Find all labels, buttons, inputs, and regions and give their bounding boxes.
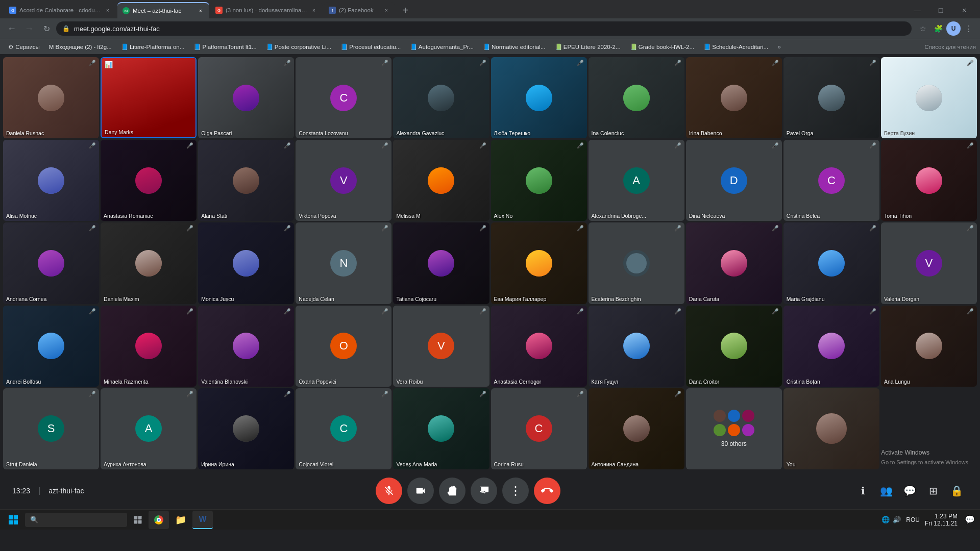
bookmark-normative[interactable]: 📘 Normative editorial... — [479, 42, 550, 52]
taskbar-search[interactable]: 🔍 — [25, 513, 127, 527]
tile-vedes-ana-maria[interactable]: 🎤 Vedeș Ana-Maria — [393, 388, 489, 469]
bookmark-poste[interactable]: 📘 Poste corporative Li... — [262, 42, 335, 52]
tab-1[interactable]: G Acord de Colaborare - cdodu-sa... × — [4, 2, 116, 18]
tile-pavel-orga[interactable]: 🎤 Pavel Orga — [783, 57, 879, 138]
tile-viktoria-popova[interactable]: V 🎤 Viktoria Popova — [296, 140, 391, 221]
tile-andriana-cornea[interactable]: 🎤 Andriana Cornea — [3, 222, 99, 304]
tile-nadejda-celan[interactable]: N 🎤 Nadejda Celan — [296, 222, 391, 304]
taskbar-explorer[interactable]: 📁 — [170, 511, 191, 529]
bookmark-grade[interactable]: 📗 Grade book-HWL-2... — [626, 42, 698, 52]
profile-button[interactable]: U — [946, 21, 961, 36]
tile-30-others[interactable]: 30 others — [686, 388, 782, 469]
bookmark-star[interactable]: ☆ — [916, 21, 930, 36]
tile-alexandrina[interactable]: A 🎤 Alexandrina Dobroge... — [589, 140, 684, 221]
tile-alana-stati[interactable]: 🎤 Alana Stati — [198, 140, 294, 221]
more-options-button[interactable]: ⋮ — [962, 21, 976, 36]
tile-ecaterina[interactable]: 🎤 Ecaterina Bezdrighin — [589, 222, 684, 304]
tile-daniela-maxim[interactable]: 🎤 Daniela Maxim — [101, 222, 197, 304]
tile-oxana-popovici[interactable]: O 🎤 Oxana Popovici — [296, 306, 391, 387]
new-tab-button[interactable]: + — [398, 3, 412, 17]
bookmark-epeu[interactable]: 📗 EPEU Litere 2020-2... — [551, 42, 625, 52]
tile-alisa-motriuc[interactable]: 🎤 Alisa Motriuc — [3, 140, 99, 221]
tile-monica-juscu[interactable]: 🎤 Monica Jușcu — [198, 222, 294, 304]
tile-berta-buzin[interactable]: 🎤 Берта Бузин — [881, 57, 977, 138]
tile-andrei-bolfosu[interactable]: 🎤 Andrei Bolfosu — [3, 306, 99, 387]
bookmarks-apps[interactable]: ⚙ Сервисы — [4, 42, 44, 52]
bookmarks-more[interactable]: » — [775, 42, 783, 52]
tile-cristina-belea[interactable]: C 🎤 Cristina Belea — [783, 140, 879, 221]
bookmark-platforma[interactable]: 📘 PlatformaTorent lt1... — [189, 42, 260, 52]
info-button[interactable]: ℹ — [852, 480, 874, 502]
tile-irina-irina[interactable]: 🎤 Ирина Ирина — [198, 388, 294, 469]
tab-3-close[interactable]: × — [310, 7, 317, 14]
bookmark-auto[interactable]: 📘 Autoguvernanta_Pr... — [406, 42, 478, 52]
end-call-button[interactable] — [534, 478, 560, 504]
taskview-button[interactable] — [129, 511, 147, 529]
tile-valeria-dorgan[interactable]: V 🎤 Valeria Dorgan — [881, 222, 977, 304]
bookmark-procesul[interactable]: 📘 Procesul educatiu... — [336, 42, 405, 52]
tile-valentina-blanovski[interactable]: 🎤 Valentina Blanovski — [198, 306, 294, 387]
notification-icon[interactable]: 💬 — [963, 513, 977, 527]
address-bar[interactable]: 🔒 meet.google.com/azt-thui-fac — [56, 21, 912, 36]
extensions-button[interactable]: 🧩 — [931, 21, 945, 36]
tile-ana-lungu[interactable]: 🎤 Ana Lungu — [881, 306, 977, 387]
tile-aurica-antonova[interactable]: A 🎤 Аурика Антонова — [101, 388, 197, 469]
taskbar-word[interactable]: W — [192, 511, 213, 529]
tile-strut-daniela[interactable]: S 🎤 Struț Daniela — [3, 388, 99, 469]
tile-constanta-lozovanu[interactable]: C 🎤 Constanta Lozovanu — [296, 57, 391, 138]
layout-button[interactable]: ⊞ — [923, 480, 944, 502]
window-maximize[interactable]: □ — [929, 2, 952, 18]
more-button[interactable]: ⋮ — [502, 478, 529, 504]
tab-2[interactable]: M Meet – azt-thui-fac × — [117, 2, 209, 18]
mute-button[interactable] — [376, 478, 402, 504]
tile-dany-marks[interactable]: 📊 Dany Marks — [101, 57, 197, 138]
tile-maria-grajdianu[interactable]: 🎤 Maria Grajdianu — [783, 222, 879, 304]
tile-alex-no[interactable]: 🎤 Alex No — [491, 140, 587, 221]
tile-dana-croitor[interactable]: 🎤 Dana Croitor — [686, 306, 782, 387]
window-minimize[interactable]: — — [905, 2, 929, 18]
camera-button[interactable] — [407, 478, 434, 504]
bookmark-gmail[interactable]: M Входящие (2) - lt2g... — [45, 43, 116, 51]
forward-button[interactable]: → — [21, 21, 37, 36]
tab-4[interactable]: f (2) Facebook × — [324, 2, 395, 18]
chat-button[interactable]: 💬 — [899, 480, 921, 502]
tab-4-close[interactable]: × — [383, 7, 390, 14]
tab-3[interactable]: G (3 non lus) - dodusavcarolina@y... × — [210, 2, 323, 18]
reload-button[interactable]: ↻ — [39, 21, 54, 36]
bookmark-schedule[interactable]: 📘 Schedule-Acreditari... — [699, 42, 772, 52]
tile-irina-babenco[interactable]: 🎤 Irina Babenco — [686, 57, 782, 138]
tile-katya-gutsul[interactable]: 🎤 Катя Гуцул — [589, 306, 684, 387]
start-button[interactable] — [3, 511, 23, 529]
present-button[interactable] — [471, 478, 497, 504]
tile-daria-caruta[interactable]: 🎤 Daria Caruta — [686, 222, 782, 304]
tile-cristina-botan[interactable]: 🎤 Cristina Boțan — [783, 306, 879, 387]
tile-toma-tihon[interactable]: 🎤 Toma Tihon — [881, 140, 977, 221]
tile-antonina-sandina[interactable]: 🎤 Антонина Сандина — [589, 388, 684, 469]
tile-eva-maria[interactable]: 🎤 Ева Мария Галларер — [491, 222, 587, 304]
back-button[interactable]: ← — [4, 21, 19, 36]
taskbar-chrome[interactable] — [149, 511, 169, 529]
tile-lyuba-tereshko[interactable]: 🎤 Люба Терешко — [491, 57, 587, 138]
tile-melissa-m[interactable]: 🎤 Melissa M — [393, 140, 489, 221]
tile-vera-roibu[interactable]: V 🎤 Vera Roibu — [393, 306, 489, 387]
tile-ina-colenciuc[interactable]: 🎤 Ina Colenciuc — [589, 57, 684, 138]
tab-2-close[interactable]: × — [197, 7, 204, 14]
tile-mihaela-razmerita[interactable]: 🎤 Mihaela Razmerita — [101, 306, 197, 387]
bookmark-litere[interactable]: 📘 Litere-Platforma on... — [117, 42, 189, 52]
tile-you[interactable]: You — [783, 388, 879, 469]
tab-1-close[interactable]: × — [104, 7, 111, 14]
tile-corina-rusu[interactable]: C 🎤 Corina Rusu — [491, 388, 587, 469]
tile-tatiana-cojocaru[interactable]: 🎤 Tatiana Cojocaru — [393, 222, 489, 304]
raise-hand-button[interactable] — [439, 478, 465, 504]
tile-olga-pascari[interactable]: 🎤 Olga Pascari — [198, 57, 294, 138]
bookmarks-reading-list[interactable]: Список для чтения — [924, 44, 976, 50]
window-close[interactable]: × — [952, 2, 976, 18]
tile-daniela-rusnac[interactable]: 🎤 Daniela Rusnac — [3, 57, 99, 138]
tile-anastasia-romaniac[interactable]: 🎤 Anastasia Romaniac — [101, 140, 197, 221]
tile-anastasia-cernogor[interactable]: 🎤 Anastasia Cernogor — [491, 306, 587, 387]
participants-button[interactable]: 👥 — [876, 480, 897, 502]
tile-cojocari-viorel[interactable]: C 🎤 Cojocari Viorel — [296, 388, 391, 469]
tile-alexandra-gavaziuc[interactable]: 🎤 Alexandra Gavaziuc — [393, 57, 489, 138]
tile-dina-nicleaeva[interactable]: D 🎤 Dina Nicleaeva — [686, 140, 782, 221]
security-button[interactable]: 🔒 — [946, 480, 968, 502]
